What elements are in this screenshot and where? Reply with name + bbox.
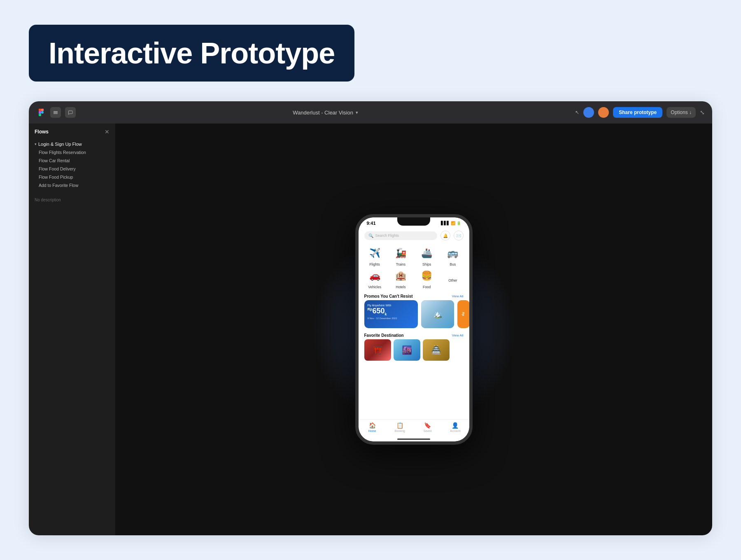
phone-notch (397, 217, 430, 226)
cursor-icon: ↖ (575, 110, 579, 115)
promo-partial-rp: Rp (462, 312, 465, 316)
account-nav-icon: 👤 (452, 422, 459, 429)
signal-icon: ▋▋▋ (441, 221, 450, 225)
nav-item-saved[interactable]: 🔖 Saved (414, 422, 441, 432)
search-icon: 🔍 (368, 233, 373, 238)
sidebar-item-flow-flights[interactable]: Flow Flights Reservation (29, 148, 115, 156)
flow-login-label: Login & Sign Up Flow (38, 142, 82, 147)
promos-section-header: Promos You Can't Resist View All (359, 292, 469, 300)
vehicles-label: Vehicles (368, 285, 381, 289)
dest-card-1[interactable]: ⛩️ (364, 339, 391, 361)
hotels-label: Hotels (396, 285, 405, 289)
wifi-icon: 📶 (451, 221, 455, 225)
svg-rect-2 (39, 111, 41, 114)
browser-chrome-left (36, 107, 76, 118)
browser-title-dropdown[interactable]: ▾ (356, 110, 358, 115)
expand-icon[interactable]: ⤡ (700, 109, 705, 116)
category-item-food[interactable]: 🍔 Food (415, 268, 439, 289)
message-icon-btn[interactable]: ✉️ (454, 231, 464, 240)
fav-dest-title: Favorite Destination (364, 333, 404, 338)
svg-rect-0 (39, 109, 41, 111)
category-item-bus[interactable]: 🚌 Bus (440, 245, 465, 266)
promo-currency: Rp (368, 307, 373, 311)
category-item-flights[interactable]: ✈️ Flights (363, 245, 387, 266)
promo-date: 9 Nov - 12 Desember 2022 (368, 317, 415, 320)
search-input-wrap[interactable]: 🔍 Search Flights (364, 231, 437, 240)
sidebar-no-description: No description (29, 191, 115, 209)
other-label: Other (448, 278, 457, 282)
other-icon (448, 268, 457, 277)
fav-dest-section-header: Favorite Destination View All (359, 331, 469, 339)
category-item-ships[interactable]: 🚢 Ships (415, 245, 439, 266)
options-button[interactable]: Options ↓ (666, 107, 696, 118)
phone-mockup: 9:41 ▋▋▋ 📶 🔋 🔍 (355, 214, 473, 445)
category-item-vehicles[interactable]: 🚗 Vehicles (363, 268, 387, 289)
nav-item-account[interactable]: 👤 Account (441, 422, 469, 432)
sidebar-flow-login-header[interactable]: ▾ Login & Sign Up Flow (29, 140, 115, 148)
status-time: 9:41 (367, 221, 376, 226)
home-nav-label: Home (368, 429, 376, 432)
trains-icon: 🚂 (392, 245, 409, 261)
promo-card-orange-partial[interactable]: Rp (457, 300, 469, 328)
promo-card-image[interactable]: 🏔️ (421, 300, 454, 328)
browser-title-text: Wanderlust - Clear Vision (293, 110, 353, 116)
sidebar-item-flow-food-pickup[interactable]: Flow Food Pickup (29, 173, 115, 181)
nav-item-home[interactable]: 🏠 Home (359, 422, 386, 432)
share-prototype-button[interactable]: Share prototype (613, 107, 662, 118)
account-nav-label: Account (450, 429, 460, 432)
home-nav-icon: 🏠 (369, 422, 376, 429)
flow-add-favorite-label: Add to Favorite Flow (39, 183, 78, 188)
sidebar: Flows ✕ ▾ Login & Sign Up Flow Flow Flig… (29, 124, 115, 535)
category-item-trains[interactable]: 🚂 Trains (389, 245, 413, 266)
home-bar (397, 439, 430, 440)
food-icon: 🍔 (418, 268, 436, 284)
notification-icon-btn[interactable]: 🔔 (440, 231, 450, 240)
search-placeholder-text: Search Flights (375, 233, 399, 238)
category-item-other[interactable]: Other (440, 268, 465, 289)
saved-nav-icon: 🔖 (424, 422, 431, 429)
promo-card-fly[interactable]: Fly Anywhere With Rp650k 9 Nov - 12 Dese… (364, 300, 418, 328)
sidebar-item-flow-car[interactable]: Flow Car Rental (29, 156, 115, 165)
ships-icon: 🚢 (418, 245, 436, 261)
status-icons: ▋▋▋ 📶 🔋 (441, 221, 461, 225)
browser-title-area: Wanderlust - Clear Vision ▾ (81, 110, 570, 116)
flows-section: ▾ Login & Sign Up Flow Flow Flights Rese… (29, 138, 115, 191)
booking-nav-icon: 📋 (396, 422, 403, 429)
dest-card-2[interactable]: 🌆 (394, 339, 420, 361)
bottom-nav: 🏠 Home 📋 Booking 🔖 Saved 👤 (359, 419, 469, 436)
booking-nav-label: Booking (395, 429, 405, 432)
comment-icon-btn[interactable] (65, 107, 76, 118)
canvas-area: 9:41 ▋▋▋ 📶 🔋 🔍 (115, 124, 712, 535)
chevron-down-icon: ▾ (35, 142, 37, 146)
fav-dest-view-all-button[interactable]: View All (452, 334, 464, 337)
sidebar-item-add-favorite[interactable]: Add to Favorite Flow (29, 181, 115, 189)
home-indicator (359, 436, 469, 441)
browser-window: Wanderlust - Clear Vision ▾ ↖ Share prot… (29, 101, 712, 535)
browser-chrome: Wanderlust - Clear Vision ▾ ↖ Share prot… (29, 101, 712, 124)
flow-flights-label: Flow Flights Reservation (39, 150, 86, 155)
flights-label: Flights (370, 262, 380, 266)
title-badge: Interactive Prototype (29, 25, 354, 82)
destination-cards-scroll: ⛩️ 🌆 🏯 (359, 339, 469, 362)
layers-icon-btn[interactable] (50, 107, 61, 118)
browser-body: Flows ✕ ▾ Login & Sign Up Flow Flow Flig… (29, 124, 712, 535)
sidebar-title: Flows (35, 129, 49, 135)
sidebar-close-button[interactable]: ✕ (105, 128, 110, 135)
app-content: 🔍 Search Flights 🔔 ✉️ ✈️ Flights (359, 227, 469, 419)
flights-icon: ✈️ (366, 245, 383, 261)
dest-card-3[interactable]: 🏯 (423, 339, 450, 361)
svg-rect-5 (54, 111, 58, 112)
category-grid: ✈️ Flights 🚂 Trains 🚢 Ships (359, 243, 469, 292)
sidebar-item-flow-food-delivery[interactable]: Flow Food Delivery (29, 165, 115, 173)
ships-label: Ships (422, 262, 431, 266)
vehicles-icon: 🚗 (366, 268, 383, 284)
saved-nav-label: Saved (424, 429, 432, 432)
nav-item-booking[interactable]: 📋 Booking (386, 422, 414, 432)
svg-rect-7 (54, 113, 58, 114)
category-item-hotels[interactable]: 🏨 Hotels (389, 268, 413, 289)
bus-icon: 🚌 (444, 245, 461, 261)
promos-view-all-button[interactable]: View All (452, 294, 464, 298)
trains-label: Trains (396, 262, 405, 266)
battery-icon: 🔋 (457, 221, 461, 225)
avatar-user-1 (583, 107, 594, 118)
